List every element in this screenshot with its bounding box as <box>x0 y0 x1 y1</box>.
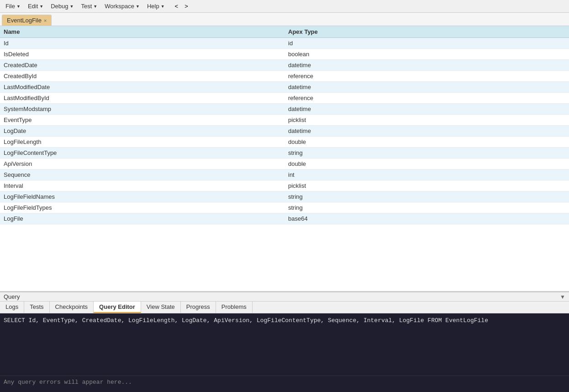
tab-tests[interactable]: Tests <box>24 302 49 313</box>
menu-debug[interactable]: Debug ▼ <box>47 2 77 11</box>
tab-problems[interactable]: Problems <box>216 302 253 313</box>
tab-logs[interactable]: Logs <box>0 302 24 313</box>
field-type: datetime <box>284 60 569 71</box>
table-row: LogFileContentTypestring <box>0 148 569 159</box>
tab-query-editor[interactable]: Query Editor <box>94 302 141 313</box>
field-type: id <box>284 38 569 49</box>
query-errors: Any query errors will appear here... <box>0 376 569 392</box>
nav-forward-button[interactable]: > <box>182 2 191 11</box>
field-type: int <box>284 170 569 180</box>
field-name: CreatedById <box>0 71 284 82</box>
menubar: File ▼ Edit ▼ Debug ▼ Test ▼ Workspace ▼… <box>0 0 569 13</box>
query-label: Query <box>4 293 20 300</box>
table-row: CreatedDatedatetime <box>0 60 569 71</box>
table-row: LastModifiedDatedatetime <box>0 82 569 93</box>
bottom-panel: Query ▼ Logs Tests Checkpoints Query Edi… <box>0 291 569 392</box>
field-name: LogFileFieldTypes <box>0 202 284 213</box>
table-row: LogFileFieldNamesstring <box>0 191 569 202</box>
field-name: LastModifiedDate <box>0 82 284 93</box>
field-type: picklist <box>284 180 569 191</box>
tabs-bar: EventLogFile × <box>0 13 569 26</box>
field-type: picklist <box>284 115 569 126</box>
field-name: LogFile <box>0 213 284 224</box>
field-name: LogFileContentType <box>0 148 284 159</box>
field-type: double <box>284 137 569 148</box>
fields-table: Name Apex Type IdidIsDeletedbooleanCreat… <box>0 26 569 224</box>
bottom-tabs: Logs Tests Checkpoints Query Editor View… <box>0 302 569 313</box>
query-label-bar: Query ▼ <box>0 292 569 302</box>
field-name: Interval <box>0 180 284 191</box>
field-type: string <box>284 148 569 159</box>
field-name: LastModifiedById <box>0 93 284 104</box>
field-name: LogFileFieldNames <box>0 191 284 202</box>
tab-view-state[interactable]: View State <box>141 302 181 313</box>
query-content: Any query errors will appear here... <box>0 313 569 392</box>
field-name: SystemModstamp <box>0 104 284 115</box>
field-name: ApiVersion <box>0 159 284 170</box>
tab-label: EventLogFile <box>7 17 42 24</box>
nav-back-button[interactable]: < <box>172 2 181 11</box>
field-name: LogDate <box>0 126 284 137</box>
field-name: Sequence <box>0 170 284 180</box>
table-row: IsDeletedboolean <box>0 49 569 60</box>
field-type: reference <box>284 71 569 82</box>
table-row: LogFileLengthdouble <box>0 137 569 148</box>
field-type: datetime <box>284 104 569 115</box>
menu-test[interactable]: Test ▼ <box>77 2 101 11</box>
tab-checkpoints[interactable]: Checkpoints <box>50 302 94 313</box>
table-row: LogFileFieldTypesstring <box>0 202 569 213</box>
field-type: string <box>284 191 569 202</box>
table-row: ApiVersiondouble <box>0 159 569 170</box>
table-row: Intervalpicklist <box>0 180 569 191</box>
field-type: reference <box>284 93 569 104</box>
nav-buttons: < > <box>172 2 191 11</box>
menu-file[interactable]: File ▼ <box>2 2 24 11</box>
tab-eventlogfile[interactable]: EventLogFile × <box>2 15 52 26</box>
field-name: LogFileLength <box>0 137 284 148</box>
field-name: Id <box>0 38 284 49</box>
tab-progress[interactable]: Progress <box>181 302 216 313</box>
field-type: double <box>284 159 569 170</box>
menu-help[interactable]: Help ▼ <box>143 2 169 11</box>
query-input[interactable] <box>0 313 569 376</box>
table-row: CreatedByIdreference <box>0 71 569 82</box>
tab-close-button[interactable]: × <box>44 18 47 23</box>
table-row: LastModifiedByIdreference <box>0 93 569 104</box>
table-row: LogDatedatetime <box>0 126 569 137</box>
menu-workspace[interactable]: Workspace ▼ <box>101 2 143 11</box>
table-row: LogFilebase64 <box>0 213 569 224</box>
column-header-type: Apex Type <box>284 26 569 38</box>
table-row: SystemModstampdatetime <box>0 104 569 115</box>
field-name: EventType <box>0 115 284 126</box>
field-name: IsDeleted <box>0 49 284 60</box>
field-type: datetime <box>284 82 569 93</box>
column-header-name: Name <box>0 26 284 38</box>
collapse-button[interactable]: ▼ <box>560 294 565 300</box>
main-content: Name Apex Type IdidIsDeletedbooleanCreat… <box>0 26 569 392</box>
menu-edit[interactable]: Edit ▼ <box>24 2 47 11</box>
table-row: Idid <box>0 38 569 49</box>
table-row: EventTypepicklist <box>0 115 569 126</box>
field-type: base64 <box>284 213 569 224</box>
field-type: string <box>284 202 569 213</box>
field-name: CreatedDate <box>0 60 284 71</box>
field-type: datetime <box>284 126 569 137</box>
field-type: boolean <box>284 49 569 60</box>
table-area[interactable]: Name Apex Type IdidIsDeletedbooleanCreat… <box>0 26 569 291</box>
table-row: Sequenceint <box>0 170 569 180</box>
